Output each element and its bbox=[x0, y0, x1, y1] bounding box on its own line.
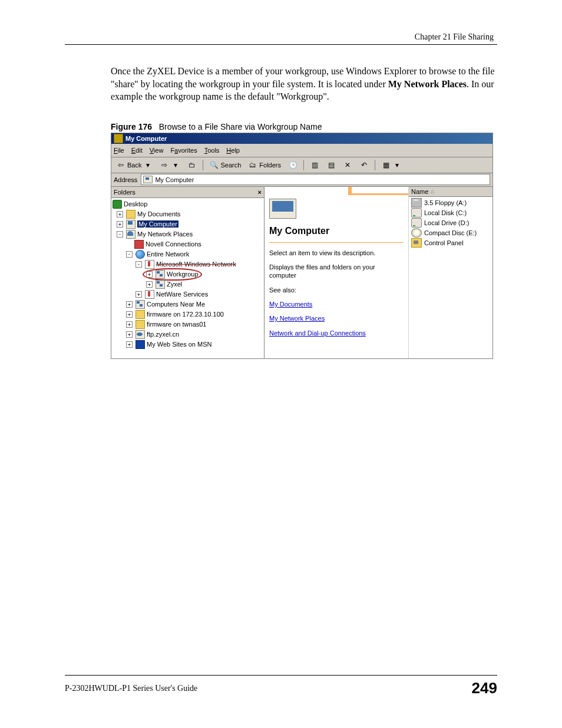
address-field[interactable]: My Computer bbox=[141, 174, 490, 185]
titlebar[interactable]: My Computer bbox=[111, 133, 492, 144]
menu-favorites[interactable]: FavoritesFavorites bbox=[170, 147, 197, 154]
tree-node-netware[interactable]: + NetWare Services bbox=[113, 289, 264, 299]
share-folder-icon bbox=[135, 310, 145, 319]
drive-item-local-c[interactable]: Local Disk (C:) bbox=[411, 208, 490, 218]
expand-icon[interactable]: + bbox=[117, 211, 123, 218]
chapter-header: Chapter 21 File Sharing bbox=[65, 32, 497, 42]
tree-node-fw2[interactable]: + firmware on twnas01 bbox=[113, 319, 264, 330]
folder-tree: Desktop + My Documents + My Computer bbox=[111, 198, 264, 358]
tree-node-msn[interactable]: + My Web Sites on MSN bbox=[113, 340, 264, 350]
history-button[interactable]: 🕒 bbox=[286, 159, 300, 171]
collapse-icon[interactable]: - bbox=[117, 231, 123, 238]
expand-icon[interactable]: + bbox=[117, 221, 123, 228]
tree-node-ftp[interactable]: + ftp.zyxel.cn bbox=[113, 330, 264, 340]
my-computer-icon bbox=[143, 176, 153, 183]
copy-icon: ▤ bbox=[326, 160, 336, 170]
up-button[interactable]: 🗀 bbox=[185, 159, 199, 171]
tree-node-entire[interactable]: - Entire Network bbox=[113, 249, 264, 259]
tree-node-workgroup[interactable]: + Workgroup bbox=[113, 269, 264, 279]
expand-icon[interactable]: + bbox=[146, 281, 153, 288]
menu-help[interactable]: HelpHelp bbox=[226, 147, 240, 154]
body-bold: My Network Places bbox=[388, 79, 467, 89]
tree-node-label-selected: My Computer bbox=[137, 220, 178, 228]
menu-view[interactable]: ViewView bbox=[150, 147, 164, 154]
expand-icon[interactable]: + bbox=[126, 311, 133, 318]
back-button[interactable]: ⇦ Back ▾ bbox=[114, 159, 155, 171]
tree-node-fw1[interactable]: + firmware on 172.23.10.100 bbox=[113, 309, 264, 319]
link-dialup[interactable]: Network and Dial-up Connections bbox=[269, 330, 366, 337]
cd-icon bbox=[411, 228, 422, 238]
globe-icon bbox=[135, 250, 145, 259]
toolbar-separator bbox=[203, 160, 203, 170]
move-button[interactable]: ▥ bbox=[308, 159, 322, 171]
folders-button[interactable]: 🗂 Folders bbox=[246, 159, 283, 171]
menu-file[interactable]: FFileile bbox=[114, 147, 124, 154]
folders-header-label: Folders bbox=[114, 189, 135, 196]
tree-node-novell[interactable]: Novell Connections bbox=[113, 239, 264, 249]
tree-node-near[interactable]: + Computers Near Me bbox=[113, 299, 264, 309]
drive-item-cd[interactable]: Compact Disc (E:) bbox=[411, 228, 490, 238]
see-also-label: See also: bbox=[269, 286, 404, 294]
computers-near-icon bbox=[135, 300, 145, 309]
desktop-icon bbox=[113, 200, 122, 209]
copy-button[interactable]: ▤ bbox=[324, 159, 338, 171]
delete-button[interactable]: ✕ bbox=[340, 159, 355, 171]
header-rule bbox=[65, 44, 497, 45]
network-places-icon bbox=[126, 230, 135, 239]
expand-icon[interactable]: + bbox=[126, 301, 133, 308]
tree-node-zyxel[interactable]: + Zyxel bbox=[113, 279, 264, 289]
addressbar: AddressAddress My Computer bbox=[111, 173, 492, 187]
collapse-icon[interactable]: - bbox=[135, 261, 142, 268]
novell-icon bbox=[134, 240, 144, 249]
drive-item-controlpanel[interactable]: Control Panel bbox=[411, 238, 490, 248]
expand-icon[interactable]: + bbox=[126, 321, 133, 328]
link-mynet[interactable]: My Network Places bbox=[269, 315, 325, 322]
dropdown-icon: ▾ bbox=[392, 160, 402, 170]
forward-button[interactable]: ⇨ ▾ bbox=[157, 159, 183, 171]
search-button[interactable]: 🔍 Search bbox=[207, 159, 243, 171]
undo-button[interactable]: ↶ bbox=[357, 159, 371, 171]
drive-list: Name △ 3.5 Floppy (A:) Local Disk (C:) bbox=[408, 187, 492, 358]
back-arrow-icon: ⇦ bbox=[116, 160, 125, 170]
tree-node-mycomputer[interactable]: + My Computer bbox=[113, 219, 264, 229]
toolbar-separator bbox=[303, 160, 304, 170]
menu-edit[interactable]: EditEdit bbox=[131, 147, 143, 154]
menu-tools[interactable]: ToolsTools bbox=[204, 147, 220, 154]
tree-node-mswin[interactable]: - Microsoft Windows Network bbox=[113, 259, 264, 269]
select-hint-text: Select an item to view its description. bbox=[269, 249, 404, 257]
folders-icon: 🗂 bbox=[248, 160, 257, 170]
drive-item-floppy[interactable]: 3.5 Floppy (A:) bbox=[411, 198, 490, 208]
workgroup-icon bbox=[156, 280, 165, 289]
tree-node-mydocs[interactable]: + My Documents bbox=[113, 209, 264, 219]
figure-label: Figure 176 bbox=[111, 122, 152, 131]
figure-title: Browse to a File Share via Workgroup Nam… bbox=[159, 122, 322, 131]
column-name-label: Name bbox=[411, 188, 428, 195]
body-paragraph: Once the ZyXEL Device is a member of you… bbox=[111, 65, 497, 103]
details-column: My Computer Select an item to view its d… bbox=[265, 187, 408, 358]
displays-text: Displays the files and folders on your c… bbox=[269, 263, 404, 280]
expand-icon[interactable]: + bbox=[126, 331, 133, 338]
address-label: AddressAddress bbox=[114, 176, 137, 183]
tree-node-desktop[interactable]: Desktop bbox=[113, 199, 264, 209]
address-value: My Computer bbox=[155, 176, 194, 183]
forward-arrow-icon: ⇨ bbox=[160, 160, 169, 170]
history-icon: 🕒 bbox=[288, 160, 297, 170]
my-computer-icon bbox=[114, 134, 123, 143]
expand-icon[interactable]: + bbox=[135, 291, 142, 298]
content-title: My Computer bbox=[269, 226, 404, 236]
views-button[interactable]: ▦ ▾ bbox=[379, 159, 404, 171]
sort-ascending-icon: △ bbox=[431, 189, 434, 194]
expand-icon[interactable]: + bbox=[146, 271, 153, 278]
link-mydocs[interactable]: My Documents bbox=[269, 301, 312, 308]
workgroup-icon bbox=[156, 270, 165, 279]
toolbar-separator bbox=[375, 160, 375, 170]
collapse-icon[interactable]: - bbox=[126, 251, 133, 258]
column-header[interactable]: Name △ bbox=[409, 187, 492, 197]
accent-rule bbox=[269, 242, 404, 243]
figure-caption: Figure 176 Browse to a File Share via Wo… bbox=[111, 122, 497, 131]
tree-node-mynetwork[interactable]: - My Network Places bbox=[113, 229, 264, 239]
decorative-band bbox=[265, 187, 408, 195]
close-pane-button[interactable]: × bbox=[258, 189, 262, 196]
expand-icon[interactable]: + bbox=[126, 341, 133, 348]
drive-item-local-d[interactable]: Local Drive (D:) bbox=[411, 218, 490, 228]
